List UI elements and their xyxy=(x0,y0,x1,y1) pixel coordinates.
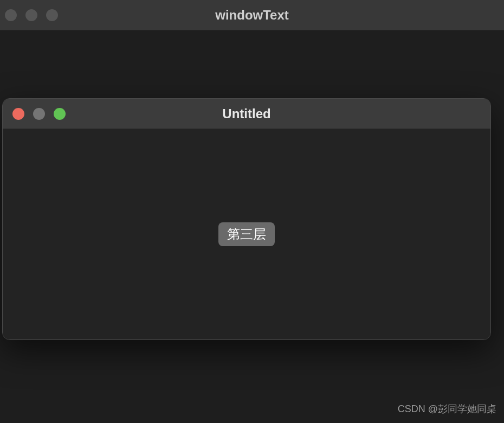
watermark-text: CSDN @彭同学她同桌 xyxy=(398,402,496,415)
maximize-icon[interactable] xyxy=(46,9,58,21)
outer-traffic-lights xyxy=(5,9,58,21)
third-layer-button[interactable]: 第三层 xyxy=(218,222,275,246)
minimize-icon[interactable] xyxy=(25,9,37,21)
close-icon[interactable] xyxy=(5,9,17,21)
maximize-icon[interactable] xyxy=(54,108,66,120)
outer-window: windowText Untitled 第三层 CSDN @彭同学她同桌 xyxy=(0,0,504,423)
inner-window-content: 第三层 xyxy=(3,129,490,339)
inner-window-title: Untitled xyxy=(3,106,490,121)
inner-titlebar: Untitled xyxy=(3,99,490,129)
inner-window: Untitled 第三层 xyxy=(2,98,491,340)
minimize-icon[interactable] xyxy=(33,108,45,120)
inner-traffic-lights xyxy=(12,108,66,120)
outer-window-title: windowText xyxy=(0,8,504,23)
close-icon[interactable] xyxy=(12,108,24,120)
outer-titlebar: windowText xyxy=(0,0,504,30)
outer-window-content: Untitled 第三层 xyxy=(0,30,504,423)
